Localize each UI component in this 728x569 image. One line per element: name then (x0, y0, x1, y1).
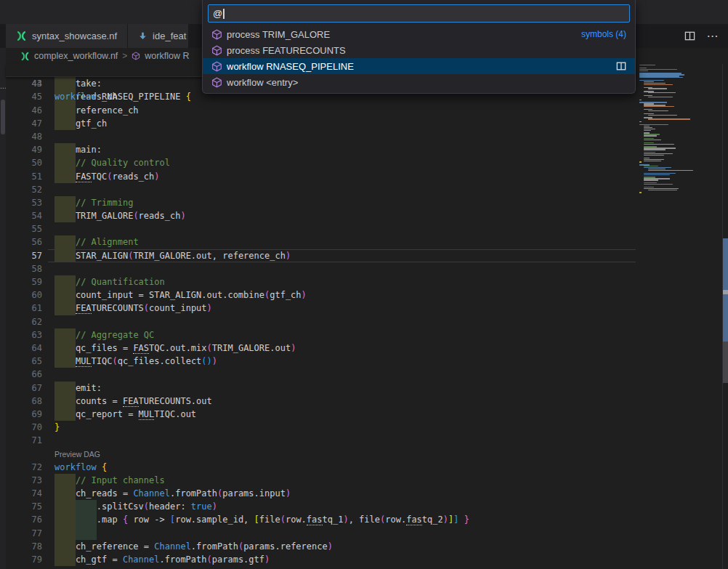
split-editor-icon[interactable] (682, 28, 697, 44)
line-number: 57 (6, 249, 42, 262)
codelens-preview-dag[interactable]: Preview DAG (6, 447, 636, 460)
minimap-row (648, 97, 673, 97)
line-number: 68 (6, 395, 42, 408)
minimap-row (639, 121, 642, 122)
line-number: 62 (6, 315, 42, 328)
minimap-row (644, 81, 654, 82)
symbol-cube-icon (132, 52, 140, 60)
code-line[interactable]: 75 .splitCsv(header: true) (6, 500, 636, 513)
result-label: workflow RNASEQ_PIPELINE (227, 61, 354, 72)
open-to-side-icon[interactable] (616, 61, 626, 71)
code-line[interactable]: 72workflow { (6, 461, 636, 474)
tab-label: ide_feat (153, 31, 186, 41)
more-actions-icon[interactable]: ⋯ (705, 28, 721, 44)
breadcrumb-file[interactable]: complex_workflow.nf (34, 51, 118, 61)
code-line[interactable]: 67 emit: (6, 382, 636, 395)
result-label: process FEATURECOUNTS (227, 45, 346, 56)
code-line[interactable]: 48 (6, 130, 636, 143)
tab-ide-features[interactable]: ide_feat (128, 24, 188, 48)
left-scrollbar-thumb[interactable] (1, 100, 5, 134)
minimap-row (648, 118, 690, 119)
code-line[interactable]: 46 reference_ch (6, 104, 636, 117)
code-line[interactable]: 60 count_input = STAR_ALIGN.out.combine(… (6, 288, 636, 302)
line-number: 55 (6, 222, 42, 235)
code-line[interactable]: 57 STAR_ALIGN(TRIM_GALORE.out, reference… (6, 249, 636, 262)
code-line[interactable]: 64 qc_files = FASTQC.out.mix(TRIM_GALORE… (6, 342, 636, 355)
line-number: 80 (6, 566, 42, 569)
line-number: 52 (6, 183, 42, 196)
line-number: 73 (6, 474, 42, 487)
quick-open-palette: @ process TRIM_GALOREsymbols (4) process… (202, 0, 636, 94)
code-line[interactable]: 68 counts = FEATURECOUNTS.out (6, 395, 636, 408)
minimap-row (644, 144, 674, 145)
line-number: 54 (6, 209, 42, 222)
code-line[interactable]: 74 ch_reads = Channel.fromPath(params.in… (6, 487, 636, 500)
right-scrollbar-strip[interactable] (722, 64, 728, 569)
code-line[interactable]: 55 (6, 222, 636, 235)
quick-open-result[interactable]: process TRIM_GALOREsymbols (4) (203, 26, 635, 42)
line-number: 66 (6, 368, 42, 381)
symbol-cube-icon (211, 45, 222, 56)
line-number: 70 (6, 421, 42, 434)
code-line[interactable]: 76 .map { row -> [row.sample_id, [file(r… (6, 513, 636, 526)
line-number: 71 (6, 434, 42, 447)
quick-open-result[interactable]: process FEATURECOUNTS (203, 42, 635, 58)
breadcrumb-symbol[interactable]: workflow R (145, 51, 189, 61)
minimap-row (648, 88, 667, 89)
code-line[interactable]: 56 // Alignment (6, 235, 636, 249)
code-line[interactable]: 71 (6, 434, 636, 447)
code-line[interactable]: 49 main: (6, 143, 636, 156)
minimap[interactable] (638, 65, 702, 472)
quick-open-input[interactable]: @ (208, 4, 630, 23)
code-line[interactable]: 78 ch_reference = Channel.fromPath(param… (6, 540, 636, 553)
code-line[interactable]: 47 gtf_ch (6, 117, 636, 130)
code-editor[interactable]: 44 take:45 reads_ch46 reference_ch47 gtf… (6, 64, 636, 569)
tab-syntax-showcase[interactable]: syntax_showcase.nf (6, 24, 127, 48)
code-line[interactable]: 58 (6, 262, 636, 275)
minimap-row (644, 155, 664, 156)
line-number: 75 (6, 500, 42, 513)
nextflow-logo-icon (20, 52, 30, 61)
line-number: 58 (6, 262, 42, 275)
code-line[interactable]: 59 // Quantification (6, 275, 636, 288)
minimap-row (644, 179, 658, 180)
symbols-count-badge[interactable]: symbols (4) (581, 29, 626, 39)
line-number: 47 (6, 117, 42, 130)
code-line[interactable]: 80 (6, 566, 636, 569)
minimap-row (648, 115, 677, 116)
code-line[interactable]: 77 (6, 527, 636, 540)
code-line[interactable]: 69 qc_report = MULTIQC.out (6, 408, 636, 421)
minimap-row (648, 110, 668, 111)
code-line[interactable]: 79 ch_gtf = Channel.fromPath(params.gtf) (6, 553, 636, 566)
code-line[interactable]: 62 (6, 315, 636, 328)
minimap-row (644, 84, 673, 85)
minimap-row (648, 190, 677, 190)
code-line[interactable]: 53 // Trimming (6, 196, 636, 209)
code-line[interactable]: 65 MULTIQC(qc_files.collect()) (6, 355, 636, 368)
line-number: 77 (6, 527, 42, 540)
code-line[interactable]: 54 TRIM_GALORE(reads_ch) (6, 209, 636, 222)
code-line[interactable]: 50 // Quality control (6, 156, 636, 169)
code-line[interactable]: 52 (6, 183, 636, 196)
line-number: 43 (6, 77, 42, 90)
minimap-row (644, 127, 652, 128)
quick-open-result[interactable]: workflow <entry> (203, 74, 635, 90)
minimap-row (644, 135, 657, 136)
code-line[interactable]: 51 FASTQC(reads_ch) (6, 170, 636, 183)
result-label: workflow <entry> (227, 77, 298, 88)
minimap-row (644, 173, 676, 174)
code-line[interactable]: 61 FEATURECOUNTS(count_input) (6, 302, 636, 315)
line-number: 64 (6, 342, 42, 355)
scrollbar-decoration[interactable] (723, 290, 728, 294)
code-line[interactable]: 70} (6, 421, 636, 434)
line-number: 51 (6, 170, 42, 183)
scrollbar-decoration[interactable] (723, 342, 728, 383)
code-line[interactable]: 63 // Aggregate QC (6, 328, 636, 342)
code-line[interactable]: 66 (6, 368, 636, 381)
minimap-row (648, 170, 693, 171)
overflow-dots-icon[interactable]: ⋯ (0, 84, 6, 92)
text-caret (223, 9, 225, 19)
arrow-down-icon (138, 31, 147, 41)
code-line[interactable]: 73 // Input channels (6, 474, 636, 487)
quick-open-result[interactable]: workflow RNASEQ_PIPELINE (203, 58, 635, 74)
